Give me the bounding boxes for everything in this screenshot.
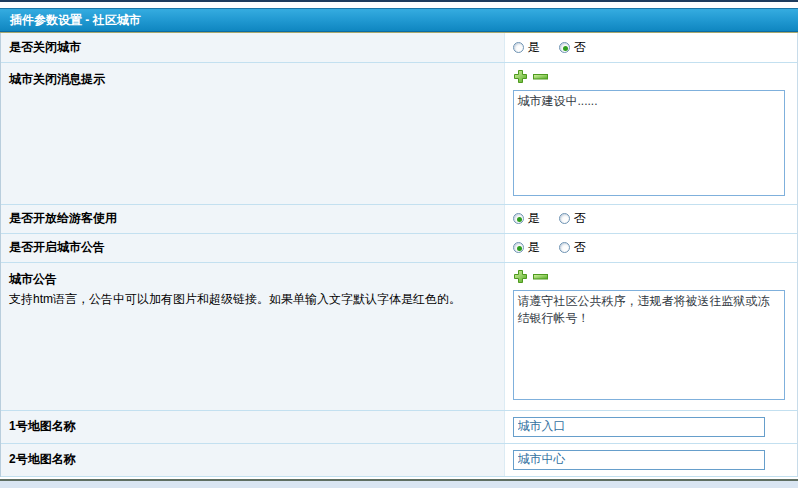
row-label-cell: 是否开启城市公告: [1, 233, 504, 262]
radio-icon[interactable]: [513, 213, 524, 224]
row-control-cell: 是 否: [504, 204, 797, 233]
radio-icon[interactable]: [559, 242, 570, 253]
row-label-cell: 是否关闭城市: [1, 33, 504, 62]
radio-label: 否: [574, 39, 586, 56]
map1-name-input[interactable]: [513, 417, 765, 437]
row-label: 1号地图名称: [9, 419, 76, 433]
row-control-cell: 是 否: [504, 33, 797, 62]
table-row: 是否开放给游客使用 是 否: [1, 204, 797, 233]
add-icon[interactable]: [513, 69, 528, 84]
table-row: 2号地图名称: [1, 443, 797, 476]
row-control-cell: 请遵守社区公共秩序，违规者将被送往监狱或冻结银行帐号！: [504, 262, 797, 410]
row-control-cell: 是 否: [504, 233, 797, 262]
radio-label: 否: [574, 239, 586, 256]
announcement-textarea[interactable]: 请遵守社区公共秩序，违规者将被送往监狱或冻结银行帐号！: [513, 290, 785, 400]
radio-label: 是: [528, 210, 540, 227]
remove-icon[interactable]: [533, 69, 548, 84]
row-control-cell: [504, 443, 797, 476]
radio-label: 是: [528, 39, 540, 56]
add-icon[interactable]: [513, 269, 528, 284]
table-row: 是否关闭城市 是 否: [1, 33, 797, 62]
row-control-cell: [504, 410, 797, 443]
row-label-cell: 是否开放给游客使用: [1, 204, 504, 233]
row-control-cell: 城市建设中......: [504, 62, 797, 204]
textarea-toolbar: [513, 269, 790, 285]
radio-option-no[interactable]: 否: [559, 39, 586, 56]
remove-icon[interactable]: [533, 269, 548, 284]
table-row: 城市关闭消息提示 城市建设中......: [1, 62, 797, 204]
radio-icon[interactable]: [559, 42, 570, 53]
radio-option-yes[interactable]: 是: [513, 39, 540, 56]
row-label: 是否关闭城市: [9, 40, 81, 54]
textarea-toolbar: [513, 69, 790, 85]
close-message-textarea[interactable]: 城市建设中......: [513, 90, 785, 196]
row-label: 2号地图名称: [9, 452, 76, 466]
row-label: 城市公告: [9, 271, 496, 288]
table-row: 城市公告 支持htm语言，公告中可以加有图片和超级链接。如果单输入文字默认字体是…: [1, 262, 797, 410]
radio-icon[interactable]: [513, 242, 524, 253]
panel-title: 插件参数设置 - 社区城市: [10, 13, 141, 27]
settings-table: 是否关闭城市 是 否 城市关闭消息提示: [1, 33, 797, 477]
radio-icon[interactable]: [559, 213, 570, 224]
settings-panel: 是否关闭城市 是 否 城市关闭消息提示: [0, 33, 798, 477]
footer-bar: [0, 479, 798, 488]
radio-label: 否: [574, 210, 586, 227]
map2-name-input[interactable]: [513, 450, 765, 470]
radio-icon[interactable]: [513, 42, 524, 53]
radio-option-no[interactable]: 否: [559, 210, 586, 227]
row-description: 支持htm语言，公告中可以加有图片和超级链接。如果单输入文字默认字体是红色的。: [9, 291, 496, 308]
row-label: 是否开启城市公告: [9, 240, 105, 254]
radio-label: 是: [528, 239, 540, 256]
row-label: 是否开放给游客使用: [9, 211, 117, 225]
row-label-cell: 1号地图名称: [1, 410, 504, 443]
row-label: 城市关闭消息提示: [9, 72, 105, 86]
row-label-cell: 城市关闭消息提示: [1, 62, 504, 204]
row-label-cell: 2号地图名称: [1, 443, 504, 476]
radio-option-yes[interactable]: 是: [513, 239, 540, 256]
radio-option-no[interactable]: 否: [559, 239, 586, 256]
table-row: 是否开启城市公告 是 否: [1, 233, 797, 262]
radio-option-yes[interactable]: 是: [513, 210, 540, 227]
panel-header: 插件参数设置 - 社区城市: [0, 8, 798, 32]
table-row: 1号地图名称: [1, 410, 797, 443]
row-label-cell: 城市公告 支持htm语言，公告中可以加有图片和超级链接。如果单输入文字默认字体是…: [1, 262, 504, 410]
